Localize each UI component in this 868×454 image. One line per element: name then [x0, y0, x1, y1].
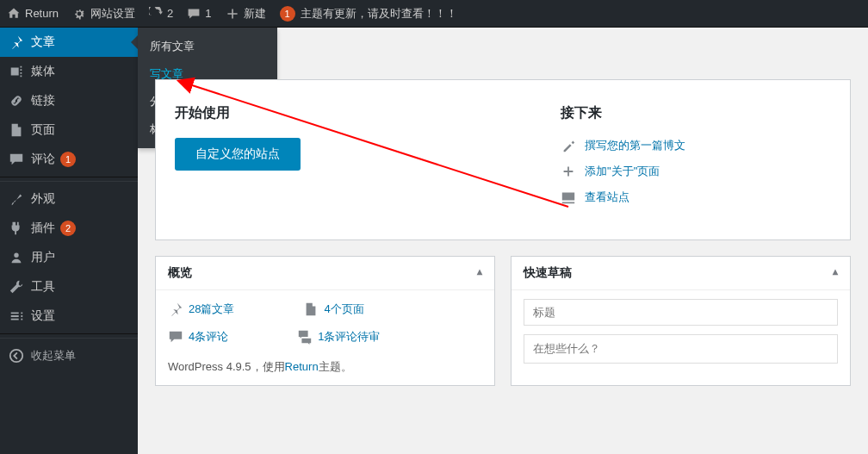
quickdraft-content-input[interactable] [524, 334, 838, 364]
new-content[interactable]: 新建 [219, 0, 273, 28]
glance-pending-link[interactable]: 1条评论待审 [318, 329, 380, 345]
sidebar-item-label: 用户 [31, 250, 55, 265]
welcome-panel: 开始使用 自定义您的站点 接下来 撰写您的第一篇博文 添加"关于"页面 [155, 79, 851, 240]
pin-icon [9, 34, 24, 50]
next-link-label: 撰写您的第一篇博文 [585, 138, 685, 153]
sidebar-item-appearance[interactable]: 外观 [0, 184, 138, 214]
sidebar-item-pages[interactable]: 页面 [0, 115, 138, 145]
site-name: Return [25, 7, 59, 20]
comment-icon [9, 152, 24, 167]
sidebar-item-label: 插件 [31, 221, 55, 236]
next-link-view-site[interactable]: 查看站点 [561, 190, 831, 205]
comment-icon [187, 7, 201, 21]
comment-icon [168, 329, 183, 345]
glance-comments-link[interactable]: 4条评论 [189, 329, 228, 345]
sidebar-item-comments[interactable]: 评论 1 [0, 145, 138, 174]
sidebar-item-label: 媒体 [31, 64, 55, 79]
view-icon [561, 190, 576, 205]
start-title: 开始使用 [175, 104, 526, 122]
updates-count: 2 [167, 7, 173, 20]
comments-icon [297, 329, 313, 345]
sidebar-item-label: 链接 [31, 93, 55, 109]
quickdraft-title: 快速草稿 [524, 265, 572, 281]
glance-posts[interactable]: 28篇文章 [168, 302, 234, 317]
main-content: 开始使用 自定义您的站点 接下来 撰写您的第一篇博文 添加"关于"页面 [138, 28, 868, 454]
sidebar-item-label: 文章 [31, 34, 55, 50]
refresh-icon [149, 7, 163, 21]
plugin-icon [9, 221, 24, 236]
glance-pending-comments[interactable]: 1条评论待审 [297, 329, 380, 345]
admin-topbar: Return 网站设置 2 1 新建 1 主题有更新，请及时查看！！！ [0, 0, 868, 28]
customize-site-button[interactable]: 自定义您的站点 [175, 138, 301, 171]
updates[interactable]: 2 [142, 0, 180, 28]
glance-box: 概览 ▾ 28篇文章 4个页面 4条评论 [155, 256, 495, 386]
site-settings[interactable]: 网站设置 [65, 0, 142, 28]
new-label: 新建 [244, 6, 266, 22]
sidebar-item-settings[interactable]: 设置 [0, 302, 138, 331]
next-link-label: 查看站点 [585, 190, 629, 205]
comments[interactable]: 1 [180, 0, 218, 28]
site-settings-label: 网站设置 [90, 6, 135, 22]
sidebar-item-users[interactable]: 用户 [0, 243, 138, 272]
users-icon [9, 250, 24, 265]
notice-text: 主题有更新，请及时查看！！！ [301, 6, 457, 22]
comments-count: 1 [205, 7, 211, 20]
link-icon [9, 93, 24, 109]
comment-badge: 1 [60, 152, 76, 167]
sidebar-separator [0, 333, 138, 339]
theme-notice[interactable]: 1 主题有更新，请及时查看！！！ [273, 0, 464, 28]
collapse-label: 收起菜单 [31, 348, 76, 364]
sidebar-item-label: 页面 [31, 122, 55, 138]
glance-footer-link[interactable]: Return [285, 360, 319, 373]
collapse-icon [9, 348, 24, 364]
glance-pages-link[interactable]: 4个页面 [324, 302, 363, 317]
glance-posts-link[interactable]: 28篇文章 [189, 302, 234, 317]
plus-icon [226, 7, 239, 21]
sidebar-item-links[interactable]: 链接 [0, 86, 138, 115]
sidebar-item-plugins[interactable]: 插件 2 [0, 214, 138, 243]
quickdraft-box: 快速草稿 ▾ [511, 256, 851, 386]
quickdraft-title-input[interactable] [524, 299, 838, 326]
site-home[interactable]: Return [0, 0, 65, 28]
collapse-caret-icon[interactable]: ▾ [477, 267, 482, 279]
sidebar-item-tools[interactable]: 工具 [0, 272, 138, 302]
plus-icon [561, 164, 576, 179]
gear-icon [72, 7, 86, 21]
home-icon [7, 7, 21, 21]
sidebar-separator [0, 177, 138, 182]
glance-title: 概览 [168, 265, 192, 281]
plugin-badge: 2 [60, 221, 76, 236]
write-icon [561, 138, 576, 153]
tools-icon [9, 279, 24, 295]
sidebar-item-label: 外观 [31, 191, 55, 207]
collapse-caret-icon[interactable]: ▾ [833, 267, 838, 279]
collapse-menu[interactable]: 收起菜单 [0, 341, 138, 370]
sidebar-item-posts[interactable]: 文章 [0, 28, 138, 57]
page-icon [9, 122, 24, 138]
glance-footer: WordPress 4.9.5，使用Return主题。 [168, 359, 482, 375]
next-link-write[interactable]: 撰写您的第一篇博文 [561, 138, 831, 153]
admin-sidebar: 文章 媒体 链接 页面 评论 1 外观 插件 2 用户 工具 设置 收起 [0, 28, 138, 454]
glance-comments[interactable]: 4条评论 [168, 329, 228, 345]
next-link-label: 添加"关于"页面 [585, 164, 660, 179]
next-title: 接下来 [561, 104, 831, 122]
media-icon [9, 64, 24, 79]
notice-badge: 1 [280, 6, 295, 22]
sidebar-item-label: 设置 [31, 308, 55, 324]
next-link-add-page[interactable]: 添加"关于"页面 [561, 164, 831, 179]
settings-icon [9, 308, 24, 324]
glance-footer-prefix: WordPress 4.9.5，使用 [168, 360, 285, 373]
sidebar-item-media[interactable]: 媒体 [0, 57, 138, 86]
glance-footer-suffix: 主题。 [319, 360, 352, 373]
svg-point-0 [10, 350, 22, 362]
glance-pages[interactable]: 4个页面 [303, 302, 363, 317]
pin-icon [168, 302, 183, 317]
page-icon [303, 302, 319, 317]
sidebar-item-label: 评论 [31, 152, 55, 167]
sidebar-item-label: 工具 [31, 279, 55, 295]
brush-icon [9, 191, 24, 207]
